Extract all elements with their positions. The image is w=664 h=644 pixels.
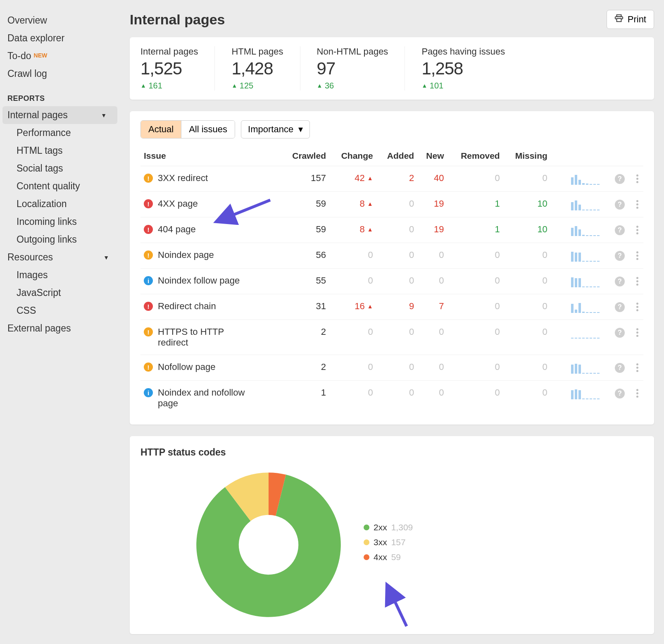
stat-delta: ▲ 125 bbox=[231, 81, 283, 91]
legend-item[interactable]: 4xx 59 bbox=[364, 552, 413, 562]
sparkline bbox=[571, 173, 600, 185]
row-menu-icon[interactable] bbox=[635, 198, 640, 210]
legend-swatch bbox=[364, 525, 369, 530]
col-removed[interactable]: Removed bbox=[447, 146, 503, 166]
sidebar-item[interactable]: Incoming links bbox=[0, 213, 120, 231]
stat-label: HTML pages bbox=[231, 46, 283, 57]
sidebar: OverviewData explorerTo-doNEWCrawl log R… bbox=[0, 0, 120, 644]
table-row[interactable]: !3XX redirect 157 42▲ 2 40 0 0 ? bbox=[140, 166, 643, 192]
table-row[interactable]: !Nofollow page 2 0 0 0 0 0 ? bbox=[140, 355, 643, 381]
help-icon[interactable]: ? bbox=[615, 328, 625, 338]
col-added[interactable]: Added bbox=[376, 146, 417, 166]
importance-dropdown[interactable]: Importance ▾ bbox=[241, 120, 310, 138]
sparkline bbox=[571, 362, 600, 374]
tab-actual[interactable]: Actual bbox=[141, 121, 181, 138]
sidebar-item[interactable]: To-doNEW bbox=[0, 47, 120, 65]
legend-value: 59 bbox=[391, 552, 401, 562]
stat-delta: ▲ 161 bbox=[140, 81, 198, 91]
row-menu-icon[interactable] bbox=[635, 301, 640, 313]
sidebar-item[interactable]: Outgoing links bbox=[0, 231, 120, 248]
tab-all-issues[interactable]: All issues bbox=[181, 121, 235, 138]
stat-block[interactable]: Pages having issues 1,258 ▲ 101 bbox=[421, 46, 505, 91]
cell-crawled: 59 bbox=[280, 192, 329, 217]
col-crawled[interactable]: Crawled bbox=[280, 146, 329, 166]
col-change[interactable]: Change bbox=[329, 146, 376, 166]
cell-missing: 0 bbox=[503, 294, 551, 320]
col-issue[interactable]: Issue bbox=[140, 146, 280, 166]
severity-icon: ! bbox=[144, 363, 153, 372]
row-menu-icon[interactable] bbox=[635, 275, 640, 287]
print-button[interactable]: Print bbox=[607, 10, 654, 29]
printer-icon bbox=[614, 14, 624, 25]
cell-new: 19 bbox=[417, 217, 447, 243]
help-icon[interactable]: ? bbox=[615, 302, 625, 312]
cell-change: 0 bbox=[329, 355, 376, 381]
legend-item[interactable]: 3xx 157 bbox=[364, 537, 413, 547]
help-icon[interactable]: ? bbox=[615, 225, 625, 235]
legend-value: 157 bbox=[391, 537, 406, 547]
chart-legend: 2xx 1,309 3xx 157 4xx 59 bbox=[364, 522, 413, 567]
help-icon[interactable]: ? bbox=[615, 363, 625, 373]
cell-removed: 0 bbox=[447, 166, 503, 192]
sidebar-item[interactable]: Images bbox=[0, 266, 120, 284]
issue-name: Noindex page bbox=[158, 250, 214, 260]
row-menu-icon[interactable] bbox=[635, 250, 640, 262]
sidebar-item[interactable]: Resources▼ bbox=[0, 248, 120, 266]
col-missing[interactable]: Missing bbox=[503, 146, 551, 166]
cell-crawled: 1 bbox=[280, 381, 329, 416]
table-row[interactable]: !4XX page 59 8▲ 0 19 1 10 ? bbox=[140, 192, 643, 217]
sidebar-item[interactable]: Data explorer bbox=[0, 29, 120, 47]
cell-missing: 0 bbox=[503, 243, 551, 269]
issue-name: Nofollow page bbox=[158, 362, 215, 372]
sidebar-item[interactable]: JavaScript bbox=[0, 284, 120, 302]
table-row[interactable]: !Redirect chain 31 16▲ 9 7 0 0 ? bbox=[140, 294, 643, 320]
sidebar-item[interactable]: Localization bbox=[0, 195, 120, 213]
table-row[interactable]: !Noindex page 56 0 0 0 0 0 ? bbox=[140, 243, 643, 269]
row-menu-icon[interactable] bbox=[635, 173, 640, 185]
cell-removed: 1 bbox=[447, 217, 503, 243]
row-menu-icon[interactable] bbox=[635, 387, 640, 399]
cell-added: 0 bbox=[376, 320, 417, 355]
cell-new: 0 bbox=[417, 269, 447, 294]
help-icon[interactable]: ? bbox=[615, 277, 625, 286]
row-menu-icon[interactable] bbox=[635, 327, 640, 339]
sparkline bbox=[571, 388, 600, 399]
sidebar-item[interactable]: CSS bbox=[0, 302, 120, 320]
donut-chart[interactable] bbox=[190, 466, 347, 623]
help-icon[interactable]: ? bbox=[615, 200, 625, 210]
legend-item[interactable]: 2xx 1,309 bbox=[364, 522, 413, 532]
severity-icon: ! bbox=[144, 199, 153, 208]
sidebar-item[interactable]: Overview bbox=[0, 12, 120, 29]
legend-value: 1,309 bbox=[391, 522, 413, 532]
stat-block[interactable]: HTML pages 1,428 ▲ 125 bbox=[231, 46, 283, 91]
sidebar-item[interactable]: Performance bbox=[0, 124, 120, 142]
sidebar-item[interactable]: HTML tags bbox=[0, 142, 120, 160]
table-row[interactable]: !404 page 59 8▲ 0 19 1 10 ? bbox=[140, 217, 643, 243]
cell-added: 0 bbox=[376, 243, 417, 269]
sparkline bbox=[571, 250, 600, 262]
sidebar-item[interactable]: Crawl log bbox=[0, 65, 120, 83]
sidebar-item[interactable]: Content quality bbox=[0, 177, 120, 195]
cell-new: 7 bbox=[417, 294, 447, 320]
stat-block[interactable]: Non-HTML pages 97 ▲ 36 bbox=[317, 46, 388, 91]
cell-removed: 0 bbox=[447, 294, 503, 320]
help-icon[interactable]: ? bbox=[615, 389, 625, 398]
help-icon[interactable]: ? bbox=[615, 251, 625, 261]
severity-icon: ! bbox=[144, 250, 153, 260]
table-row[interactable]: iNoindex follow page 55 0 0 0 0 0 ? bbox=[140, 269, 643, 294]
sidebar-item[interactable]: Social tags bbox=[0, 160, 120, 177]
col-new[interactable]: New bbox=[417, 146, 447, 166]
cell-missing: 0 bbox=[503, 166, 551, 192]
row-menu-icon[interactable] bbox=[635, 224, 640, 236]
table-row[interactable]: iNoindex and nofollow page 1 0 0 0 0 0 ? bbox=[140, 381, 643, 416]
legend-swatch bbox=[364, 539, 369, 545]
cell-change: 0 bbox=[329, 320, 376, 355]
row-menu-icon[interactable] bbox=[635, 362, 640, 374]
help-icon[interactable]: ? bbox=[615, 174, 625, 184]
stat-block[interactable]: Internal pages 1,525 ▲ 161 bbox=[140, 46, 198, 91]
sidebar-item[interactable]: External pages bbox=[0, 320, 120, 337]
table-row[interactable]: !HTTPS to HTTP redirect 2 0 0 0 0 0 ? bbox=[140, 320, 643, 355]
cell-crawled: 59 bbox=[280, 217, 329, 243]
sidebar-heading-reports: REPORTS bbox=[0, 83, 120, 106]
sidebar-item[interactable]: Internal pages▼ bbox=[2, 106, 117, 124]
